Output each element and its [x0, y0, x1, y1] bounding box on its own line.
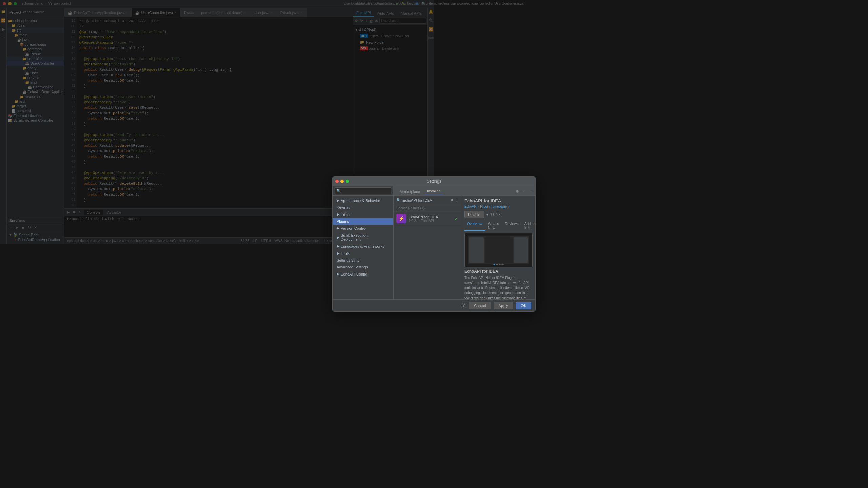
- modal-body: ▶ Appearance & Behavior Keymap ▶ Editor …: [333, 186, 434, 244]
- plugins-tabs: Marketplace Installed ⚙ ← →: [394, 186, 434, 196]
- plugin-search-bar: 🔍 EchoAPI for IDEA ✕ ⋮: [394, 196, 434, 205]
- plugin-logo-icon: ⚡: [396, 214, 406, 223]
- search-text: EchoAPI for IDEA: [402, 198, 432, 202]
- chevron-icon: ▶: [337, 226, 339, 230]
- marketplace-tab[interactable]: Marketplace: [396, 188, 423, 195]
- modal-overlay[interactable]: Settings ▶ Appearance & Behavior Keymap: [0, 0, 434, 244]
- echoapi-plugin-item[interactable]: ⚡ EchoAPI for IDEA 1.0.21 · EchoAPI ✓: [394, 212, 434, 226]
- nav-version-control[interactable]: ▶ Version Control: [333, 225, 393, 232]
- chevron-icon: ▶: [337, 198, 339, 203]
- modal-search-input[interactable]: [335, 187, 391, 194]
- modal-search-bar: [333, 186, 393, 196]
- settings-modal: Settings ▶ Appearance & Behavior Keymap: [332, 176, 434, 244]
- nav-plugins[interactable]: Plugins: [333, 218, 393, 225]
- installed-tab[interactable]: Installed: [423, 188, 434, 195]
- plugin-sub: 1.0.21 · EchoAPI: [409, 219, 434, 223]
- nav-keymap[interactable]: Keymap: [333, 204, 393, 211]
- search-results-label: Search Results (1): [394, 205, 434, 212]
- modal-nav-list: ▶ Appearance & Behavior Keymap ▶ Editor …: [333, 196, 393, 244]
- plugin-list-panel: 🔍 EchoAPI for IDEA ✕ ⋮ Search Results (1…: [394, 196, 434, 244]
- modal-traffic-lights: [335, 180, 349, 183]
- nav-build[interactable]: ▶ Build, Execution, Deployment: [333, 232, 393, 243]
- chevron-icon: ▶: [337, 212, 339, 217]
- modal-minimize[interactable]: [340, 180, 344, 183]
- modal-title: Settings: [427, 179, 434, 184]
- modal-nav-panel: ▶ Appearance & Behavior Keymap ▶ Editor …: [333, 186, 394, 244]
- modal-content-panel: Marketplace Installed ⚙ ← → 🔍 EchoAPI fo…: [394, 186, 434, 244]
- modal-maximize[interactable]: [346, 180, 349, 183]
- chevron-icon: ▶: [337, 235, 339, 240]
- nav-languages[interactable]: ▶ Languages & Frameworks: [333, 243, 393, 244]
- nav-editor[interactable]: ▶ Editor: [333, 211, 393, 218]
- nav-appearance[interactable]: ▶ Appearance & Behavior: [333, 197, 393, 204]
- search-icon: 🔍: [396, 198, 401, 202]
- modal-title-bar: Settings: [333, 177, 434, 186]
- plugin-info: EchoAPI for IDEA 1.0.21 · EchoAPI: [409, 215, 434, 223]
- plugins-content: 🔍 EchoAPI for IDEA ✕ ⋮ Search Results (1…: [394, 196, 434, 244]
- modal-close[interactable]: [335, 180, 339, 183]
- plugin-name: EchoAPI for IDEA: [409, 215, 434, 219]
